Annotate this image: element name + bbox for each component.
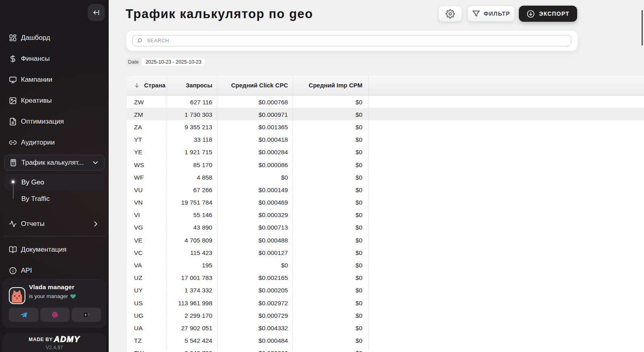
svg-text:T: T <box>85 313 87 317</box>
